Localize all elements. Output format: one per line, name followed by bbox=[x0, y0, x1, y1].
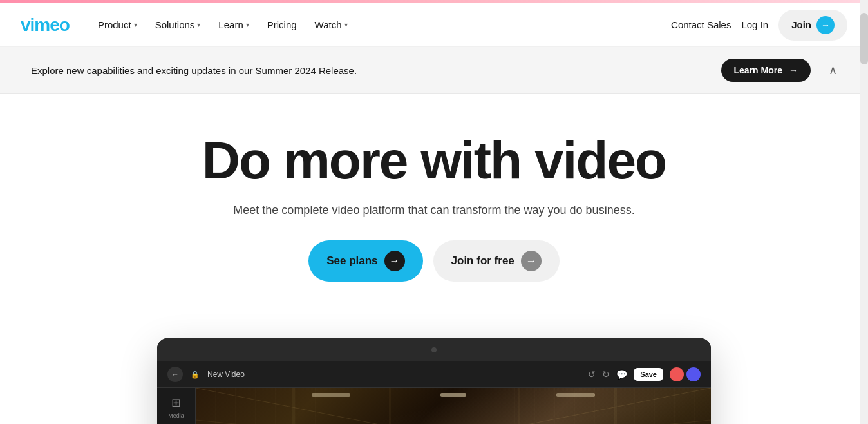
banner-text: Explore new capabilities and exciting up… bbox=[31, 65, 357, 76]
nav-links: Product ▾ Solutions ▾ Learn ▾ Pricing Wa… bbox=[90, 14, 671, 35]
chevron-down-icon: ▾ bbox=[197, 21, 200, 28]
nav-pricing-label: Pricing bbox=[267, 19, 297, 30]
back-button[interactable]: ← bbox=[167, 367, 183, 382]
corridor-svg bbox=[196, 388, 711, 424]
arrow-icon: → bbox=[521, 251, 542, 271]
logo[interactable]: vimeo bbox=[21, 15, 70, 35]
arrow-icon: → bbox=[384, 251, 405, 271]
nav-solutions-label: Solutions bbox=[155, 19, 195, 30]
app-video-area: H D G C bbox=[196, 388, 711, 424]
titlebar-right: ↺ ↻ 💬 Save bbox=[588, 367, 701, 381]
hero-title: Do more with video bbox=[21, 133, 847, 188]
navbar: vimeo Product ▾ Solutions ▾ Learn ▾ Pric… bbox=[0, 3, 868, 47]
nav-watch[interactable]: Watch ▾ bbox=[307, 14, 355, 35]
nav-watch-label: Watch bbox=[315, 19, 342, 30]
sidebar-item-media[interactable]: ⊞ Media bbox=[168, 396, 184, 419]
chevron-down-icon: ▾ bbox=[134, 21, 137, 28]
nav-pricing[interactable]: Pricing bbox=[259, 14, 305, 35]
join-free-label: Join for free bbox=[451, 255, 514, 267]
hero-subtitle: Meet the complete video platform that ca… bbox=[21, 204, 847, 217]
announcement-banner: Explore new capabilities and exciting up… bbox=[0, 47, 868, 94]
scrollbar-thumb[interactable] bbox=[860, 13, 868, 64]
see-plans-button[interactable]: See plans → bbox=[308, 240, 422, 282]
laptop-frame: ← 🔒 New Video ↺ ↻ 💬 Save ⊞ Media bbox=[157, 338, 711, 424]
svg-rect-11 bbox=[440, 393, 466, 397]
nav-right: Contact Sales Log In Join → bbox=[671, 10, 847, 41]
login-link[interactable]: Log In bbox=[741, 19, 768, 30]
svg-rect-6 bbox=[292, 388, 295, 424]
app-preview: ← 🔒 New Video ↺ ↻ 💬 Save ⊞ Media bbox=[0, 338, 868, 424]
svg-line-3 bbox=[453, 420, 711, 424]
app-titlebar: ← 🔒 New Video ↺ ↻ 💬 Save bbox=[157, 361, 711, 388]
learn-more-label: Learn More bbox=[734, 65, 782, 75]
media-label: Media bbox=[168, 412, 184, 419]
svg-rect-12 bbox=[556, 393, 595, 397]
join-label: Join bbox=[791, 19, 811, 30]
media-icon: ⊞ bbox=[171, 396, 181, 410]
nav-learn[interactable]: Learn ▾ bbox=[211, 14, 256, 35]
hero-buttons: See plans → Join for free → bbox=[21, 240, 847, 282]
video-background: H D G C bbox=[196, 388, 711, 424]
redo-icon[interactable]: ↻ bbox=[602, 369, 610, 380]
save-button[interactable]: Save bbox=[634, 368, 663, 381]
learn-more-button[interactable]: Learn More → bbox=[721, 59, 811, 82]
camera-dot bbox=[431, 347, 437, 352]
nav-solutions[interactable]: Solutions ▾ bbox=[147, 14, 209, 35]
nav-product[interactable]: Product ▾ bbox=[90, 14, 145, 35]
contact-sales-link[interactable]: Contact Sales bbox=[671, 19, 731, 30]
join-free-button[interactable]: Join for free → bbox=[433, 240, 560, 282]
app-body: ⊞ Media ⊟ bbox=[157, 388, 711, 424]
svg-rect-8 bbox=[518, 388, 520, 424]
undo-icon[interactable]: ↺ bbox=[588, 369, 596, 380]
banner-close-button[interactable]: ∧ bbox=[829, 63, 837, 77]
video-title: New Video bbox=[207, 370, 245, 379]
lock-icon: 🔒 bbox=[191, 371, 200, 379]
svg-rect-10 bbox=[312, 393, 350, 397]
hero-section: Do more with video Meet the complete vid… bbox=[0, 94, 868, 338]
avatar-red bbox=[670, 367, 684, 381]
user-avatars bbox=[670, 367, 701, 381]
see-plans-label: See plans bbox=[326, 255, 377, 267]
scrollbar[interactable] bbox=[860, 0, 868, 424]
app-sidebar: ⊞ Media ⊟ bbox=[157, 388, 196, 424]
nav-learn-label: Learn bbox=[218, 19, 243, 30]
svg-rect-9 bbox=[614, 388, 617, 424]
svg-rect-7 bbox=[389, 388, 391, 424]
comment-icon[interactable]: 💬 bbox=[616, 369, 627, 380]
arrow-icon: → bbox=[789, 65, 798, 75]
chevron-down-icon: ▾ bbox=[246, 21, 249, 28]
laptop-top-bar bbox=[157, 338, 711, 361]
join-button[interactable]: Join → bbox=[778, 10, 847, 41]
chevron-down-icon: ▾ bbox=[344, 21, 348, 28]
avatar-blue bbox=[686, 367, 701, 381]
titlebar-left: ← 🔒 New Video bbox=[167, 367, 245, 382]
arrow-icon: → bbox=[816, 16, 835, 34]
svg-line-2 bbox=[196, 420, 453, 424]
nav-product-label: Product bbox=[98, 19, 131, 30]
